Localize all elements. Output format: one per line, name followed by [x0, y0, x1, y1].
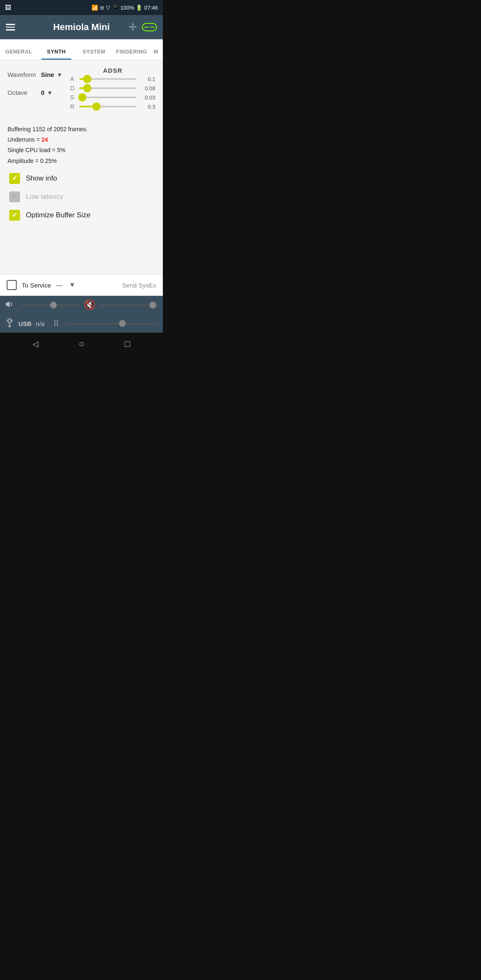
synth-left-col: Waveform Sine ▼ Octave 0 ▼ — [8, 67, 66, 110]
volume-slider[interactable] — [21, 305, 80, 306]
service-value: --- — [56, 282, 62, 289]
adsr-rows: A 0.1 D — [70, 76, 155, 110]
adsr-value-s: 0.03 — [139, 94, 155, 101]
adsr-letter-d: D — [70, 85, 77, 92]
service-bar: To Service --- ▼ Send SysEx — [0, 274, 163, 296]
battery-percent: 100% — [120, 5, 134, 11]
octave-dropdown-icon[interactable]: ▼ — [47, 89, 53, 96]
main-content: Waveform Sine ▼ Octave 0 ▼ ADSR — [0, 60, 163, 355]
battery-icon: 🔋 — [136, 5, 142, 11]
adsr-row-s: S 0.03 — [70, 94, 155, 101]
adsr-row-r: R 0.3 — [70, 103, 155, 110]
info-line3: Single CPU load = 5% — [8, 145, 155, 155]
sim-icon: 📱 — [112, 5, 119, 11]
checkbox-low-latency[interactable]: ✓ Low latency — [9, 191, 154, 202]
adsr-value-a: 0.1 — [139, 76, 155, 82]
adsr-slider-d[interactable] — [79, 87, 136, 89]
info-underruns-line: Underruns = 24 — [8, 135, 155, 145]
adsr-slider-s[interactable] — [79, 97, 136, 98]
usb-icon — [5, 318, 14, 329]
adsr-value-r: 0.3 — [139, 104, 155, 110]
svg-rect-0 — [6, 303, 8, 306]
waveform-dropdown-icon[interactable]: ▼ — [57, 71, 63, 78]
checkbox-show-info[interactable]: ✓ Show info — [9, 173, 154, 184]
status-bar: 🖼 📶 ⊖ ▽ 📱 100% 🔋 07:46 — [0, 0, 163, 15]
tab-synth[interactable]: SYNTH — [38, 49, 75, 60]
midi-thumb[interactable] — [119, 320, 126, 327]
usb-value: n/a — [36, 320, 45, 327]
adsr-letter-a: A — [70, 76, 77, 82]
tab-more[interactable]: M — [150, 49, 163, 60]
octave-row: Octave 0 ▼ — [8, 89, 66, 96]
info-underruns-value: 24 — [41, 136, 48, 143]
info-section: Buffering 1152 of 2052 frames. Underruns… — [0, 121, 163, 171]
checkbox-label-optimize-buffer: Optimize Buffer Size — [26, 211, 91, 219]
mute-icon[interactable]: 🔇 — [84, 300, 95, 311]
usb-row: USB n/a ⠿ — [0, 314, 163, 333]
checkbox-label-low-latency: Low latency — [26, 193, 63, 201]
service-label: To Service — [22, 282, 51, 289]
service-checkbox[interactable] — [7, 280, 17, 290]
service-dropdown-icon[interactable]: ▼ — [69, 281, 76, 289]
midi-icon: ⠿ — [53, 318, 59, 328]
app-title: Hemiola Mini — [53, 22, 110, 33]
bottom-controls: 🔇 USB n/a ⠿ — [0, 296, 163, 333]
volume-row: 🔇 — [0, 296, 163, 314]
adsr-row-a: A 0.1 — [70, 76, 155, 82]
checkbox-box-optimize-buffer[interactable]: ✓ — [9, 210, 20, 221]
checkbox-optimize-buffer[interactable]: ✓ Optimize Buffer Size — [9, 210, 154, 221]
service-send-button[interactable]: Send SysEx — [122, 282, 156, 289]
dnd-icon: ⊖ — [100, 5, 104, 11]
checkbox-box-show-info[interactable]: ✓ — [9, 173, 20, 184]
midi-slider[interactable] — [66, 323, 158, 324]
checkmark-show-info: ✓ — [12, 175, 18, 182]
tab-fingering[interactable]: FINGERING — [113, 49, 150, 60]
right-volume-thumb[interactable] — [149, 302, 156, 308]
info-line4: Amplitude = 0.25% — [8, 156, 155, 166]
svg-rect-1 — [8, 319, 11, 323]
octave-value: 0 — [41, 89, 44, 96]
recent-button[interactable]: □ — [124, 339, 130, 349]
checkmark-optimize-buffer: ✓ — [12, 211, 18, 219]
checkbox-label-show-info: Show info — [26, 174, 57, 183]
nav-bar: ◁ ○ □ — [0, 333, 163, 355]
home-button[interactable]: ○ — [79, 339, 84, 349]
info-underruns-prefix: Underruns = — [8, 136, 41, 143]
menu-button[interactable] — [6, 24, 18, 31]
usb-label: USB — [18, 320, 32, 327]
volume-icon — [5, 300, 17, 311]
time: 07:46 — [144, 5, 158, 11]
adsr-slider-r[interactable] — [79, 106, 136, 107]
synth-panel: Waveform Sine ▼ Octave 0 ▼ ADSR — [0, 60, 163, 121]
checkmark-low-latency: ✓ — [12, 193, 18, 200]
adsr-letter-s: S — [70, 94, 77, 101]
info-line1: Buffering 1152 of 2052 frames. — [8, 124, 155, 135]
adsr-value-d: 0.08 — [139, 85, 155, 92]
octave-label: Octave — [8, 89, 41, 96]
volume-thumb[interactable] — [50, 302, 57, 308]
adsr-slider-a[interactable] — [79, 78, 136, 80]
adsr-title: ADSR — [70, 67, 155, 74]
tab-general[interactable]: GENERAL — [0, 49, 38, 60]
adsr-row-d: D 0.08 — [70, 85, 155, 92]
link-icon[interactable] — [142, 23, 157, 31]
right-volume-slider[interactable] — [99, 305, 158, 306]
tabs-bar: GENERAL SYNTH SYSTEM FINGERING M — [0, 39, 163, 60]
waveform-value: Sine — [41, 71, 54, 78]
synth-right-col: ADSR A 0.1 D — [70, 67, 155, 110]
adsr-letter-r: R — [70, 103, 77, 110]
tab-system[interactable]: SYSTEM — [75, 49, 113, 60]
bluetooth-icon: 📶 — [91, 5, 98, 11]
waveform-row: Waveform Sine ▼ — [8, 71, 66, 78]
checkbox-box-low-latency[interactable]: ✓ — [9, 191, 20, 202]
top-bar: Hemiola Mini ✛ — [0, 15, 163, 39]
gamepad-icon[interactable]: ✛ — [129, 21, 137, 33]
checkbox-section: ✓ Show info ✓ Low latency ✓ Optimize Buf… — [0, 171, 163, 226]
waveform-label: Waveform — [8, 71, 41, 78]
back-button[interactable]: ◁ — [33, 339, 38, 349]
wifi-icon: ▽ — [106, 5, 110, 11]
photo-icon: 🖼 — [5, 4, 11, 11]
